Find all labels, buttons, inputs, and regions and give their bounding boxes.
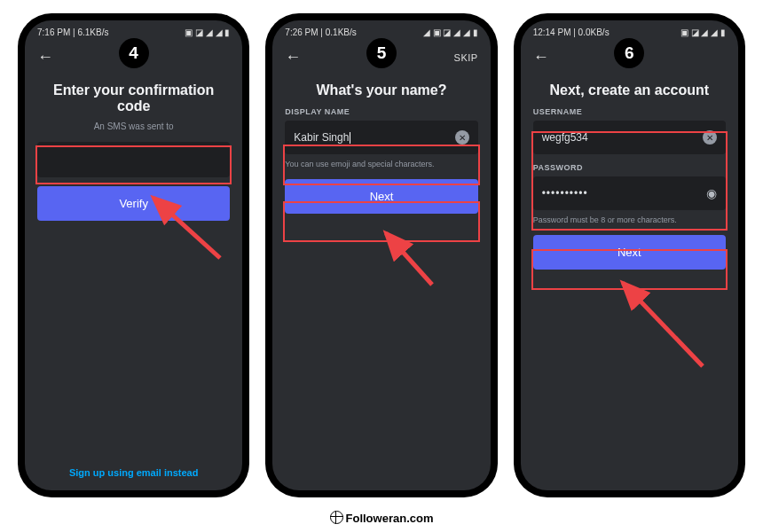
back-icon[interactable]: ← [37, 48, 53, 66]
next-button[interactable]: Next [285, 179, 477, 214]
input-value: wegfg534 [542, 131, 588, 144]
page-title: Next, create an account [533, 82, 726, 98]
status-icons: ▣ ◪ ◢ ◢ ▮ [680, 27, 726, 37]
footer-brand: Followeran.com [0, 511, 763, 525]
step-badge: 6 [614, 38, 644, 68]
username-input[interactable]: wegfg534 ✕ [533, 121, 726, 154]
phone-frame-5: 5 7:26 PM | 0.1KB/s ◢ ▣ ◪ ◢ ◢ ▮ ← SKIP W… [265, 13, 497, 497]
hint-text: Password must be 8 or more characters. [533, 215, 726, 224]
back-icon[interactable]: ← [533, 48, 549, 66]
next-button[interactable]: Next [533, 235, 726, 270]
skip-button[interactable]: SKIP [454, 52, 478, 63]
globe-icon [330, 511, 343, 524]
subtitle: An SMS was sent to [37, 121, 230, 131]
phone-frame-4: 4 7:16 PM | 6.1KB/s ▣ ◪ ◢ ◢ ▮ ← Enter yo… [18, 13, 249, 497]
username-label: USERNAME [533, 107, 726, 116]
clear-icon[interactable]: ✕ [455, 130, 469, 145]
phone-frame-6: 6 12:14 PM | 0.0KB/s ▣ ◪ ◢ ◢ ▮ ← Next, c… [514, 13, 745, 497]
page-title: Enter your confirmation code [37, 82, 230, 114]
back-icon[interactable]: ← [285, 48, 301, 66]
display-name-label: DISPLAY NAME [285, 107, 477, 116]
clear-icon[interactable]: ✕ [703, 130, 717, 145]
svg-line-5 [623, 283, 703, 366]
hint-text: You can use emoji and special characters… [285, 160, 477, 168]
phone-row: 4 7:16 PM | 6.1KB/s ▣ ◪ ◢ ◢ ▮ ← Enter yo… [0, 0, 763, 511]
step-badge: 5 [366, 38, 397, 68]
step-badge: 4 [119, 38, 149, 68]
status-time: 12:14 PM | 0.0KB/s [533, 27, 610, 37]
status-time: 7:26 PM | 0.1KB/s [285, 27, 356, 37]
status-time: 7:16 PM | 6.1KB/s [37, 27, 108, 37]
password-input[interactable]: •••••••••• ◉ [533, 176, 726, 210]
status-icons: ◢ ▣ ◪ ◢ ◢ ▮ [423, 27, 478, 37]
page-title: What's your name? [285, 82, 477, 98]
svg-line-3 [386, 233, 432, 285]
display-name-input[interactable]: Kabir Singh ✕ [285, 121, 477, 154]
input-value: •••••••••• [542, 187, 588, 200]
code-input[interactable] [37, 142, 230, 177]
password-label: PASSWORD [533, 163, 726, 172]
status-icons: ▣ ◪ ◢ ◢ ▮ [185, 27, 230, 37]
email-link[interactable]: Sign up using email instead [25, 467, 242, 478]
eye-icon[interactable]: ◉ [706, 186, 717, 200]
verify-button[interactable]: Verify [37, 186, 230, 221]
input-value: Kabir Singh [294, 131, 349, 144]
